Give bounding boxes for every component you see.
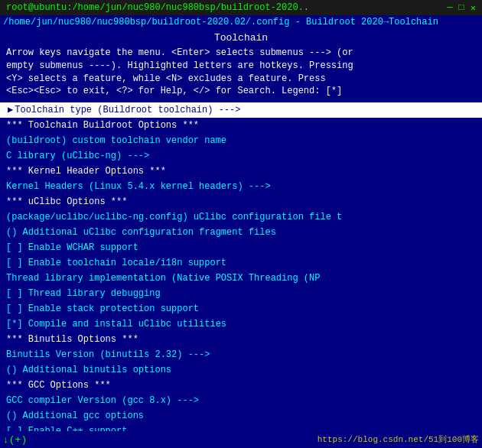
terminal-window: root@ubuntu:/home/jun/nuc980/nuc980bsp/b… [0, 0, 482, 448]
help-line-1: Arrow keys navigate the menu. <Enter> se… [6, 47, 476, 60]
breadcrumb-bar: /home/jun/nuc980/nuc980bsp/buildroot-202… [0, 15, 482, 29]
help-line-3: <Y> selects a feature, while <N> exclude… [6, 73, 476, 86]
help-line-4: <Esc><Esc> to exit, <?> for Help, </> fo… [6, 85, 476, 98]
dialog-title: Toolchain [0, 29, 482, 45]
menu-item-15[interactable]: [*] Compile and install uClibc utilities [0, 317, 482, 332]
menu-item-13[interactable]: [ ] Thread library debugging [0, 286, 482, 301]
menu-item-10[interactable]: [ ] Enable WCHAR support [0, 240, 482, 255]
minimize-icon[interactable]: ─ [447, 2, 452, 14]
menu-item-17[interactable]: Binutils Version (binutils 2.32) ---> [0, 347, 482, 362]
maximize-icon[interactable]: □ [459, 2, 464, 14]
watermark: https://blog.csdn.net/51到100博客 [318, 433, 479, 445]
menu-item-8[interactable]: (package/uclibc/uclibc-ng.config) uClibc… [0, 209, 482, 225]
main-content: Toolchain Arrow keys navigate the menu. … [0, 29, 482, 431]
menu-item-11[interactable]: [ ] Enable toolchain locale/i18n support [0, 255, 482, 271]
menu-item-18[interactable]: () Additional binutils options [0, 362, 482, 378]
menu-item-2[interactable]: *** Toolchain Buildroot Options *** [0, 118, 482, 133]
title-bar-text: root@ubuntu:/home/jun/nuc980/nuc980bsp/b… [6, 2, 309, 13]
menu-item-3[interactable]: (buildroot) custom toolchain vendor name [0, 133, 482, 148]
close-icon[interactable]: ✕ [471, 2, 476, 14]
menu-item-14[interactable]: [ ] Enable stack protection support [0, 301, 482, 317]
bottom-arrow-icon: ↓(+) [3, 434, 27, 446]
menu-item-20[interactable]: GCC compiler Version (gcc 8.x) ---> [0, 393, 482, 408]
title-bar: root@ubuntu:/home/jun/nuc980/nuc980bsp/b… [0, 0, 482, 15]
menu-item-12[interactable]: Thread library implementation (Native PO… [0, 271, 482, 286]
menu-area[interactable]: ▶Toolchain type (Buildroot toolchain) --… [0, 99, 482, 431]
menu-item-4[interactable]: C library (uClibc-ng) ---> [0, 148, 482, 164]
menu-item-9[interactable]: () Additional uClibc configuration fragm… [0, 225, 482, 240]
breadcrumb-text: /home/jun/nuc980/nuc980bsp/buildroot-202… [3, 17, 438, 28]
menu-item-6[interactable]: Kernel Headers (Linux 5.4.x kernel heade… [0, 179, 482, 194]
menu-item-5[interactable]: *** Kernel Header Options *** [0, 164, 482, 179]
menu-item-22[interactable]: [ ] Enable C++ support [0, 424, 482, 431]
title-bar-controls: ─ □ ✕ [447, 2, 476, 14]
help-text: Arrow keys navigate the menu. <Enter> se… [0, 45, 482, 99]
menu-item-16[interactable]: *** Binutils Options *** [0, 332, 482, 347]
menu-item-19[interactable]: *** GCC Options *** [0, 378, 482, 393]
menu-item-1[interactable]: ▶Toolchain type (Buildroot toolchain) --… [0, 102, 482, 118]
help-line-2: empty submenus ----). Highlighted letter… [6, 60, 476, 73]
menu-item-21[interactable]: () Additional gcc options [0, 408, 482, 424]
menu-item-7[interactable]: *** uClibc Options *** [0, 194, 482, 209]
